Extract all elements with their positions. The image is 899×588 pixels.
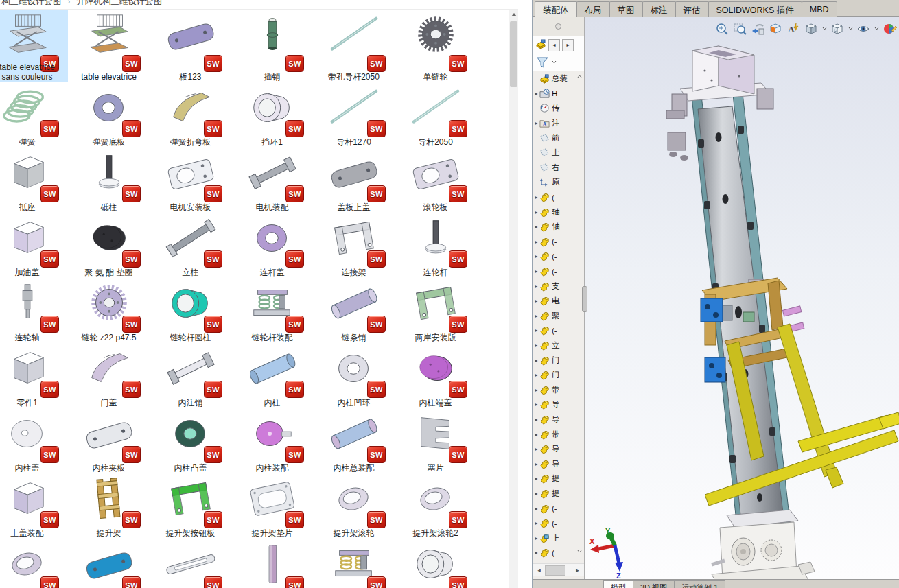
file-item[interactable]: SW立柱 bbox=[150, 213, 231, 278]
expand-arrow-icon[interactable]: ▸ bbox=[533, 372, 539, 378]
document-tab[interactable]: 3D 视图 bbox=[633, 580, 675, 588]
file-item[interactable]: SW连轮轴 bbox=[0, 278, 68, 343]
zoom-to-area-icon[interactable] bbox=[732, 21, 747, 36]
assembly-tab-icon[interactable] bbox=[535, 38, 546, 52]
tree-item[interactable]: ▸轴 bbox=[533, 220, 584, 235]
command-tab[interactable]: SOLIDWORKS 插件 bbox=[708, 1, 802, 17]
file-item[interactable]: SW聚 氨 酯 垫圈 bbox=[68, 213, 150, 278]
tree-item[interactable]: ▸( bbox=[533, 190, 584, 205]
view-orientation-icon[interactable] bbox=[804, 21, 819, 36]
expand-arrow-icon[interactable]: ▸ bbox=[533, 401, 539, 408]
document-tab[interactable]: 运动算例 1 bbox=[674, 580, 725, 588]
tree-item[interactable]: 右 bbox=[533, 161, 584, 176]
tree-horizontal-scrollbar[interactable]: ◂ ▸ bbox=[533, 563, 584, 576]
scroll-up-arrow-icon[interactable] bbox=[509, 10, 518, 20]
tree-item[interactable]: ▸H bbox=[533, 86, 584, 102]
tree-item[interactable]: ▸聚 bbox=[533, 309, 584, 324]
expand-arrow-icon[interactable]: ▸ bbox=[533, 446, 539, 452]
display-style-icon[interactable] bbox=[830, 21, 845, 36]
scroll-left-arrow-icon[interactable]: ◂ bbox=[535, 565, 544, 574]
file-item[interactable]: SW链条销 bbox=[313, 278, 395, 343]
file-panel-scrollbar[interactable] bbox=[509, 10, 518, 588]
zoom-to-fit-icon[interactable] bbox=[714, 21, 729, 36]
tree-item[interactable]: ▸提 bbox=[533, 471, 584, 486]
file-item[interactable]: SW插销 bbox=[231, 10, 313, 82]
tree-item[interactable]: ▸带 bbox=[533, 427, 584, 442]
tree-item[interactable]: 传 bbox=[533, 101, 584, 116]
file-item[interactable]: SW内柱 bbox=[231, 343, 313, 408]
file-item[interactable]: SW电机安装板 bbox=[150, 148, 231, 213]
file-item[interactable]: SW内柱凹环 bbox=[313, 343, 395, 408]
command-tab[interactable]: 标注 bbox=[642, 1, 676, 17]
annotation-view-icon[interactable]: A bbox=[786, 21, 801, 36]
file-item[interactable]: SW bbox=[231, 539, 313, 588]
tree-item[interactable]: ▸导 bbox=[533, 397, 584, 412]
file-item[interactable]: SW bbox=[0, 539, 68, 588]
file-item[interactable]: SW塞片 bbox=[395, 408, 476, 473]
file-item[interactable]: SW两岸安装版 bbox=[395, 278, 476, 343]
tree-item[interactable]: ▸(- bbox=[533, 249, 584, 264]
tree-item[interactable]: ▸(- bbox=[533, 501, 584, 516]
file-item[interactable]: SW零件1 bbox=[0, 343, 68, 408]
tree-item[interactable]: ▸(- bbox=[533, 323, 584, 338]
file-item[interactable]: SW提升架按钮板 bbox=[150, 473, 231, 539]
file-item[interactable]: SW砥柱 bbox=[68, 148, 150, 213]
document-tab[interactable]: 模型 bbox=[603, 580, 633, 588]
file-item[interactable]: SW弹簧 bbox=[0, 82, 68, 148]
tree-item[interactable]: ▸导 bbox=[533, 442, 584, 457]
expand-arrow-icon[interactable]: ▸ bbox=[533, 194, 539, 200]
chevron-down-icon[interactable] bbox=[848, 27, 853, 30]
tree-item[interactable]: ▸(- bbox=[533, 516, 584, 531]
file-item[interactable]: SW滚轮板 bbox=[395, 148, 476, 213]
expand-arrow-icon[interactable]: ▸ bbox=[533, 491, 539, 497]
file-item[interactable]: SW带孔导杆2050 bbox=[313, 10, 395, 82]
file-item[interactable]: SW内柱凸盖 bbox=[150, 408, 231, 473]
tree-item[interactable]: ▸提 bbox=[533, 486, 584, 502]
file-item[interactable]: SW提升架 bbox=[68, 473, 150, 539]
expand-arrow-icon[interactable]: ▸ bbox=[533, 416, 539, 423]
tree-item[interactable]: ▸(- bbox=[533, 264, 584, 279]
command-tab[interactable]: 布局 bbox=[576, 1, 610, 17]
file-item[interactable]: SWtable elevatrice bbox=[68, 10, 150, 82]
file-item[interactable]: SW链轮 z22 p47.5 bbox=[68, 278, 150, 343]
file-item[interactable]: SW bbox=[395, 539, 476, 588]
hide-show-items-icon[interactable] bbox=[856, 21, 871, 36]
tree-item[interactable]: ▸导 bbox=[533, 412, 584, 427]
expand-arrow-icon[interactable]: ▸ bbox=[533, 461, 539, 467]
expand-arrow-icon[interactable]: ▸ bbox=[533, 91, 539, 97]
file-item[interactable]: SW抵座 bbox=[0, 148, 68, 213]
tree-item[interactable]: ▸上 bbox=[533, 530, 584, 545]
command-tab[interactable]: 草图 bbox=[609, 1, 643, 17]
breadcrumb-parent[interactable]: 构三维设计套图 bbox=[1, 0, 62, 6]
tree-item[interactable]: 上 bbox=[533, 145, 584, 161]
expand-arrow-icon[interactable]: ▸ bbox=[533, 298, 539, 304]
expand-arrow-icon[interactable]: ▸ bbox=[533, 224, 539, 230]
file-item[interactable]: SW提升架滚轮2 bbox=[395, 473, 476, 539]
chevron-down-icon[interactable] bbox=[821, 27, 827, 30]
file-item[interactable]: SW连杆盖 bbox=[231, 213, 313, 278]
expand-arrow-icon[interactable]: ▸ bbox=[533, 209, 539, 215]
file-item[interactable]: SW板123 bbox=[150, 10, 231, 82]
file-item[interactable]: SW连轮杆 bbox=[395, 213, 476, 278]
file-item[interactable]: SW电机装配 bbox=[231, 148, 313, 213]
scrollbar-thumb[interactable] bbox=[545, 565, 565, 576]
tree-item[interactable]: ▸(- bbox=[533, 235, 584, 250]
file-item[interactable]: SW单链轮 bbox=[395, 10, 476, 82]
file-item[interactable]: SW上盖装配 bbox=[0, 473, 68, 539]
expand-arrow-icon[interactable]: ▸ bbox=[533, 239, 539, 245]
tree-item[interactable]: ▸A注 bbox=[533, 116, 584, 131]
tree-filter[interactable] bbox=[533, 54, 584, 71]
file-item[interactable]: SW链轮杆装配 bbox=[231, 278, 313, 343]
file-item[interactable]: SW导杆1270 bbox=[313, 82, 395, 148]
expand-arrow-icon[interactable]: ▸ bbox=[533, 283, 539, 290]
previous-view-icon[interactable] bbox=[750, 21, 765, 36]
file-item[interactable]: SW提升架垫片 bbox=[231, 473, 313, 539]
file-item[interactable]: SW bbox=[313, 539, 395, 588]
file-item[interactable]: SW内柱装配 bbox=[231, 408, 313, 473]
expand-arrow-icon[interactable]: ▸ bbox=[533, 432, 539, 438]
file-item[interactable]: SW bbox=[68, 539, 150, 588]
file-item[interactable]: SWtable elevatricesans couleurs bbox=[0, 10, 68, 82]
expand-arrow-icon[interactable]: ▸ bbox=[533, 253, 539, 259]
expand-arrow-icon[interactable]: ▸ bbox=[533, 120, 539, 126]
tree-item[interactable]: ▸门 bbox=[533, 353, 584, 368]
